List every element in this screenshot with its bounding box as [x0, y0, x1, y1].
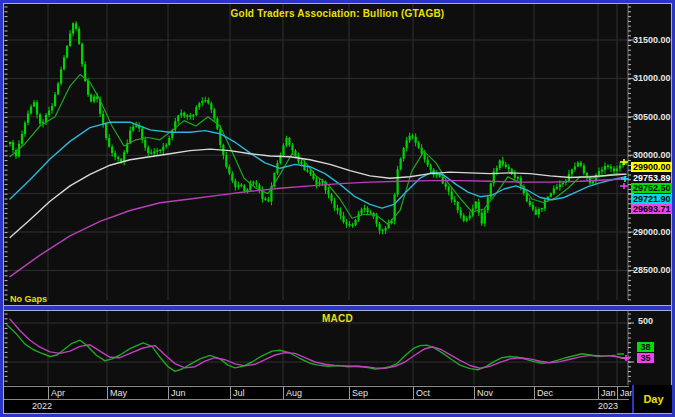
month-tick — [168, 387, 169, 399]
plus-marker — [622, 355, 630, 361]
x-axis-year-label: 2023 — [598, 401, 618, 412]
month-tick — [107, 387, 108, 399]
y-axis-price-label: 31500.00 — [631, 35, 675, 45]
y-axis-price-label: 30500.00 — [631, 112, 675, 122]
vertical-gridlines — [48, 4, 617, 300]
periodicity-button[interactable]: Day — [632, 385, 673, 413]
x-axis-year-label: 2022 — [32, 401, 52, 412]
x-axis-month-label: Jul — [233, 388, 245, 399]
month-tick — [617, 387, 618, 399]
month-tick — [48, 387, 49, 399]
y-axis-price-label: 31000.00 — [631, 73, 675, 83]
last-price-label: 29721.90 — [631, 194, 675, 204]
month-tick — [413, 387, 414, 399]
periodicity-label: Day — [643, 393, 663, 405]
month-tick — [534, 387, 535, 399]
macd-value-label: 35 — [637, 353, 654, 363]
last-price-label: 29752.50 — [631, 183, 675, 193]
x-axis-month-label: Dec — [537, 388, 553, 399]
x-axis-month-label: Sep — [352, 388, 368, 399]
x-axis-month-label: Oct — [416, 388, 430, 399]
month-tick — [230, 387, 231, 399]
time-axis: AprMayJunJulAugSepOctNovDecJanJan 202220… — [4, 385, 671, 413]
month-tick — [598, 387, 599, 399]
axis-tick-marks — [5, 7, 635, 300]
last-price-label: 29693.71 — [631, 204, 675, 214]
x-axis-month-label: Jan — [601, 388, 616, 399]
chart-window: Gold Traders Association: Bullion (GTAGB… — [0, 0, 675, 417]
month-row: AprMayJunJulAugSepOctNovDecJanJan — [4, 386, 629, 400]
y-axis-price-label: 30000.00 — [631, 150, 675, 160]
no-gaps-label: No Gaps — [10, 294, 47, 304]
macd-line — [7, 325, 628, 372]
last-price-label: 29753.89 — [631, 173, 675, 183]
price-chart[interactable] — [4, 4, 671, 305]
chart-frame: Gold Traders Association: Bullion (GTAGB… — [3, 3, 672, 414]
plus-marker — [620, 159, 628, 165]
vertical-gridlines — [48, 311, 617, 385]
x-axis-month-label: May — [110, 388, 127, 399]
y-axis-price-label: 29000.00 — [631, 227, 675, 237]
month-tick — [349, 387, 350, 399]
month-tick — [283, 387, 284, 399]
x-axis-month-label: Aug — [286, 388, 302, 399]
year-row: 20222023 — [4, 400, 629, 413]
y-axis-price-label: 28500.00 — [631, 265, 675, 275]
plus-marker — [620, 183, 628, 189]
macd-value-label: 38 — [637, 342, 654, 352]
month-tick — [474, 387, 475, 399]
macd-axis-label: 500 — [637, 316, 654, 326]
x-axis-month-label: Apr — [51, 388, 65, 399]
macd-chart[interactable] — [4, 311, 671, 385]
last-price-label: 29900.00 — [631, 162, 675, 172]
x-axis-month-label: Jun — [171, 388, 186, 399]
macd-signal — [10, 319, 628, 368]
x-axis-month-label: Nov — [477, 388, 493, 399]
axis-tick-marks — [5, 314, 635, 381]
